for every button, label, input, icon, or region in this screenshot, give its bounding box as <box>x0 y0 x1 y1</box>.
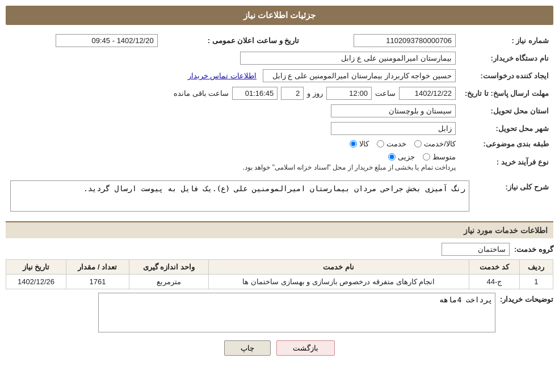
city-label: شهر محل تحویل: <box>460 120 553 137</box>
service-group-row: گروه خدمت: ساختمان <box>6 243 553 256</box>
request-number-label: شماره نیاز : <box>460 32 553 49</box>
category-label: طبقه بندی موضوعی: <box>460 137 553 150</box>
deadline-date-field: 1402/12/22 <box>399 87 456 100</box>
buyer-notes-row: توضیحات خریدار: <box>6 293 553 332</box>
category-kala-radio[interactable] <box>350 140 357 147</box>
purchase-type-label: نوع فرآیند خرید : <box>460 150 553 174</box>
deadline-day-label: روز و <box>307 89 323 98</box>
purchase-motavasset-option[interactable]: متوسط <box>423 153 456 161</box>
table-row: 1 ج-44 انجام کارهای متفرقه درخصوص بازساز… <box>6 275 553 289</box>
buyer-org-label: نام دستگاه خریدار: <box>460 49 553 67</box>
announce-date-value: 1402/12/20 - 09:45 <box>6 32 162 49</box>
category-khadamat-label: خدمت <box>386 140 406 148</box>
cell-row: 1 <box>519 275 553 289</box>
deadline-days-field: 2 <box>281 87 304 100</box>
col-header-row: ردیف <box>519 260 553 275</box>
description-label: شرح کلی نیاز: <box>474 178 553 216</box>
col-header-quantity: تعداد / مقدار <box>66 260 129 275</box>
services-table: ردیف کد خدمت نام خدمت واحد اندازه گیری ت… <box>6 259 553 289</box>
col-header-code: کد خدمت <box>469 260 520 275</box>
creator-label: ایجاد کننده درخواست: <box>460 67 553 85</box>
cell-unit: مترمربع <box>129 275 208 289</box>
service-group-label: گروه خدمت: <box>514 245 553 254</box>
description-table: شرح کلی نیاز: <box>6 178 553 216</box>
purchase-note: پرداخت تمام یا بخشی از مبلغ خریدار از مح… <box>243 163 456 171</box>
category-value: کالا/خدمت خدمت کالا <box>6 137 460 150</box>
category-khadamat-option[interactable]: خدمت <box>377 140 406 148</box>
main-info-table: شماره نیاز : 1102093780000706 تاریخ و سا… <box>6 32 553 174</box>
col-header-unit: واحد اندازه گیری <box>129 260 208 275</box>
cell-name: انجام کارهای متفرقه درخصوص بازسازی و بهس… <box>208 275 469 289</box>
category-khadamat-radio[interactable] <box>377 140 384 147</box>
description-textarea[interactable] <box>10 180 469 212</box>
province-value: سیستان و بلوچستان <box>6 102 460 120</box>
cell-code: ج-44 <box>469 275 520 289</box>
purchase-motavasset-radio[interactable] <box>423 153 430 161</box>
footer-buttons: بازگشت چاپ <box>6 340 553 356</box>
page-header: جزئیات اطلاعات نیاز <box>6 6 553 25</box>
request-number-field: 1102093780000706 <box>354 34 456 47</box>
category-kala-khadamat-option[interactable]: کالا/خدمت <box>414 140 456 148</box>
city-value: زابل <box>6 120 460 137</box>
buyer-org-value: بیمارستان امیرالمومنین علی ع زابل <box>6 49 460 67</box>
service-group-value: ساختمان <box>442 243 510 256</box>
purchase-jozii-radio[interactable] <box>388 153 396 161</box>
col-header-date: تاریخ نیاز <box>6 260 66 275</box>
creator-contact-link[interactable]: اطلاعات تماس خریدار <box>188 71 257 80</box>
category-kala-option[interactable]: کالا <box>350 140 369 148</box>
category-kala-khadamat-radio[interactable] <box>414 140 422 147</box>
cell-date: 1402/12/26 <box>6 275 66 289</box>
col-header-name: نام خدمت <box>208 260 469 275</box>
request-number-value: 1102093780000706 <box>304 32 460 49</box>
deadline-time-label: ساعت <box>375 89 396 98</box>
deadline-remaining-field: 01:16:45 <box>232 87 278 100</box>
services-section-title: اطلاعات خدمات مورد نیاز <box>6 221 553 238</box>
purchase-jozii-label: جزیی <box>398 153 415 161</box>
deadline-time-field: 12:00 <box>326 87 372 100</box>
back-button[interactable]: بازگشت <box>276 340 335 356</box>
province-label: استان محل تحویل: <box>460 102 553 120</box>
buyer-notes-label: توضیحات خریدار: <box>500 293 553 304</box>
deadline-label: مهلت ارسال پاسخ: تا تاریخ: <box>460 85 553 102</box>
category-kala-label: کالا <box>359 140 369 148</box>
print-button[interactable]: چاپ <box>224 340 271 356</box>
cell-quantity: 1761 <box>66 275 129 289</box>
creator-value: حسین خواجه کاربرداز بیمارستان امیرالمومن… <box>6 67 460 85</box>
purchase-type-value: متوسط جزیی پرداخت تمام یا بخشی از مبلغ خ… <box>6 150 460 174</box>
description-value <box>6 178 474 216</box>
announce-date-label: تاریخ و ساعت اعلان عمومی : <box>162 32 304 49</box>
purchase-motavasset-label: متوسط <box>432 153 456 161</box>
deadline-remaining-label: ساعت باقی مانده <box>174 89 229 98</box>
purchase-jozii-option[interactable]: جزیی <box>388 153 415 161</box>
category-kala-khadamat-label: کالا/خدمت <box>424 140 456 148</box>
deadline-row: 1402/12/22 ساعت 12:00 روز و 2 01:16:45 س… <box>6 85 460 102</box>
buyer-notes-textarea[interactable] <box>98 293 495 332</box>
